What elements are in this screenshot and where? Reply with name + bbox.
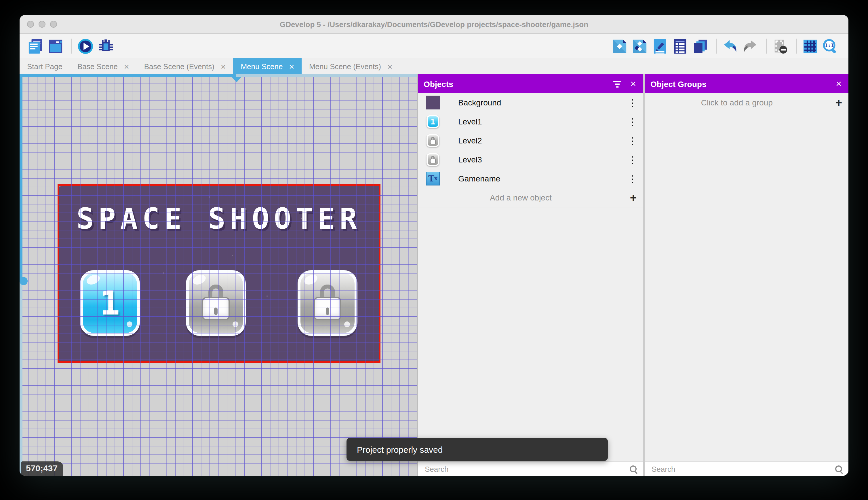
level2-locked-button-object[interactable] (186, 270, 246, 336)
object-menu-icon[interactable]: ⋮ (622, 154, 643, 165)
tab-start-page[interactable]: Start Page (20, 58, 70, 74)
close-objects-panel-icon[interactable]: × (630, 79, 636, 89)
toolbar: 1:1 (20, 34, 848, 58)
level3-locked-button-object[interactable] (297, 270, 357, 336)
tab-label: Menu Scene (241, 62, 283, 70)
scene-window-icon[interactable] (47, 37, 64, 55)
object-name: Level3 (458, 155, 622, 164)
button-gloss (344, 321, 350, 327)
traffic-lights (27, 21, 57, 28)
tab-label: Menu Scene (Events) (309, 62, 381, 70)
gdevelop-window: GDevelop 5 - /Users/dkarakay/Documents/G… (20, 15, 848, 476)
screen: GDevelop 5 - /Users/dkarakay/Documents/G… (0, 0, 868, 500)
add-group-label: Click to add a group (645, 98, 829, 107)
toolbar-divider (796, 38, 797, 54)
svg-text:1:1: 1:1 (824, 42, 833, 48)
search-icon (629, 465, 637, 473)
zoom-original-icon[interactable]: 1:1 (821, 37, 838, 55)
project-manager-icon[interactable] (26, 37, 44, 55)
level1-button-object[interactable]: 1 (80, 270, 140, 336)
tab-bar: Start Page Base Scene × Base Scene (Even… (20, 58, 848, 74)
object-thumbnail-level1: 1 (426, 115, 440, 128)
tab-close-icon[interactable]: × (387, 62, 392, 70)
layers-icon[interactable] (691, 37, 708, 55)
close-object-groups-panel-icon[interactable]: × (836, 79, 842, 89)
object-menu-icon[interactable]: ⋮ (622, 173, 643, 184)
undo-icon[interactable] (721, 37, 739, 55)
toolbar-divider (71, 38, 72, 54)
tab-base-scene-events[interactable]: Base Scene (Events) × (137, 58, 233, 74)
objects-panel: Objects × Background ⋮ 1 Level1 ⋮ (417, 74, 643, 476)
tab-base-scene[interactable]: Base Scene × (70, 58, 137, 74)
add-new-object-button[interactable]: Add a new object + (418, 189, 643, 207)
tab-label: Base Scene (Events) (144, 62, 214, 70)
play-icon[interactable] (77, 37, 94, 55)
objects-panel-title: Objects (424, 79, 453, 88)
object-thumbnail-background (426, 95, 440, 110)
redo-icon[interactable] (741, 37, 759, 55)
tab-menu-scene[interactable]: Menu Scene × (233, 58, 302, 74)
properties-icon[interactable] (651, 37, 668, 55)
object-menu-icon[interactable]: ⋮ (622, 135, 643, 146)
tab-close-icon[interactable]: × (289, 62, 294, 70)
minimize-window-button[interactable] (38, 21, 46, 28)
main-content: SPACE SHOOTER 1 (20, 74, 848, 476)
tab-menu-scene-events[interactable]: Menu Scene (Events) × (302, 58, 400, 74)
object-row-background[interactable]: Background ⋮ (418, 93, 643, 112)
titlebar: GDevelop 5 - /Users/dkarakay/Documents/G… (20, 15, 848, 34)
mask-icon[interactable] (771, 37, 788, 55)
hscroll-thumb-icon (232, 77, 241, 82)
objects-panel-header: Objects × (418, 74, 643, 93)
objects-search-input[interactable] (424, 464, 629, 474)
object-menu-icon[interactable]: ⋮ (622, 97, 643, 108)
scene-editor-canvas[interactable]: SPACE SHOOTER 1 (20, 74, 417, 476)
object-thumbnail-gamename-text: Tx (426, 172, 440, 185)
filter-icon[interactable] (613, 80, 621, 87)
lock-icon (314, 285, 341, 320)
scene-stars-decoration (59, 186, 60, 187)
tab-close-icon[interactable]: × (124, 62, 129, 70)
object-name: Level2 (458, 136, 622, 145)
window-title: GDevelop 5 - /Users/dkarakay/Documents/G… (20, 20, 848, 29)
save-toast: Project properly saved (347, 438, 608, 461)
objects-editor-icon[interactable] (611, 37, 628, 55)
add-group-button[interactable]: Click to add a group + (645, 93, 848, 112)
object-groups-panel-title: Object Groups (650, 79, 706, 88)
search-icon (835, 465, 843, 473)
scene-preview[interactable]: SPACE SHOOTER 1 (58, 184, 380, 363)
object-groups-search-input[interactable] (650, 464, 835, 474)
object-groups-editor-icon[interactable] (631, 37, 648, 55)
object-groups-panel-header: Object Groups × (645, 74, 848, 93)
object-name: Background (458, 98, 622, 107)
tab-label: Start Page (27, 62, 62, 70)
grid-icon[interactable] (801, 37, 819, 55)
tab-close-icon[interactable]: × (221, 62, 226, 70)
object-row-level2[interactable]: Level2 ⋮ (418, 131, 643, 150)
cursor-coordinates: 570;437 (21, 462, 63, 476)
tab-label: Base Scene (78, 62, 118, 70)
object-menu-icon[interactable]: ⋮ (622, 116, 643, 127)
object-name: Level1 (458, 117, 622, 126)
object-row-gamename[interactable]: Tx Gamename ⋮ (418, 169, 643, 189)
lock-icon (202, 285, 230, 320)
toolbar-divider (716, 38, 717, 54)
object-row-level1[interactable]: 1 Level1 ⋮ (418, 112, 643, 131)
horizontal-scrollbar[interactable] (20, 74, 417, 77)
level1-number: 1 (83, 273, 137, 333)
toast-message: Project properly saved (357, 444, 443, 454)
object-row-level3[interactable]: Level3 ⋮ (418, 150, 643, 169)
instances-list-icon[interactable] (671, 37, 689, 55)
objects-search-bar (418, 462, 643, 476)
plus-icon[interactable]: + (624, 192, 643, 203)
object-thumbnail-level2 (426, 134, 440, 147)
zoom-window-button[interactable] (50, 21, 57, 28)
object-groups-search-bar (645, 462, 848, 476)
object-name: Gamename (458, 174, 622, 183)
close-window-button[interactable] (27, 21, 34, 28)
vertical-scrollbar[interactable] (20, 74, 22, 476)
vscroll-thumb-icon (20, 277, 28, 285)
add-object-label: Add a new object (418, 193, 624, 202)
debug-icon[interactable] (97, 37, 114, 55)
scene-title-text-object[interactable]: SPACE SHOOTER (59, 202, 379, 236)
plus-icon[interactable]: + (829, 97, 848, 108)
